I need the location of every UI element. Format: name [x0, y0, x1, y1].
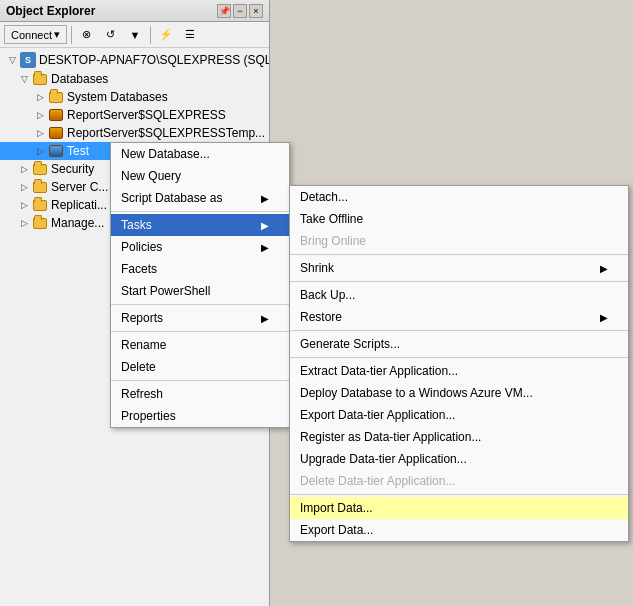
- reportserver-node[interactable]: ▷ ReportServer$SQLEXPRESS: [0, 106, 269, 124]
- menu-separator-1: [111, 211, 289, 212]
- tasks-menu-export-data[interactable]: Export Data...: [290, 519, 628, 541]
- menu-item-tasks[interactable]: Tasks ▶: [111, 214, 289, 236]
- security-expander[interactable]: ▷: [16, 161, 32, 177]
- tasks-label-detach: Detach...: [300, 190, 348, 204]
- window-controls: 📌 − ×: [217, 4, 263, 18]
- management-folder-icon: [32, 215, 48, 231]
- databases-label: Databases: [51, 72, 108, 86]
- management-expander[interactable]: ▷: [16, 215, 32, 231]
- server-expander[interactable]: ▽: [4, 52, 20, 68]
- reportserver-db-icon: [48, 107, 64, 123]
- system-databases-expander[interactable]: ▷: [32, 89, 48, 105]
- menu-label-start-powershell: Start PowerShell: [121, 284, 210, 298]
- system-databases-icon: [48, 89, 64, 105]
- tasks-submenu: Detach... Take Offline Bring Online Shri…: [289, 185, 629, 542]
- menu-separator-3: [111, 331, 289, 332]
- menu-item-script-database[interactable]: Script Database as ▶: [111, 187, 289, 209]
- refresh-button[interactable]: ↺: [100, 25, 122, 45]
- connect-label: Connect: [11, 29, 52, 41]
- tasks-separator-2: [290, 281, 628, 282]
- tasks-menu-shrink[interactable]: Shrink ▶: [290, 257, 628, 279]
- tasks-label-export-data: Export Data...: [300, 523, 373, 537]
- tasks-label-export-datatier: Export Data-tier Application...: [300, 408, 455, 422]
- tasks-label-delete-datatier: Delete Data-tier Application...: [300, 474, 455, 488]
- reportserver-label: ReportServer$SQLEXPRESS: [67, 108, 226, 122]
- tasks-label-import-data: Import Data...: [300, 501, 373, 515]
- menu-item-new-database[interactable]: New Database...: [111, 143, 289, 165]
- reports-arrow: ▶: [261, 313, 269, 324]
- tasks-menu-upgrade-datatier[interactable]: Upgrade Data-tier Application...: [290, 448, 628, 470]
- menu-item-refresh[interactable]: Refresh: [111, 383, 289, 405]
- tasks-menu-import-data[interactable]: Import Data...: [290, 497, 628, 519]
- test-db-icon: [48, 143, 64, 159]
- pin-button[interactable]: 📌: [217, 4, 231, 18]
- menu-label-tasks: Tasks: [121, 218, 152, 232]
- tasks-separator-4: [290, 357, 628, 358]
- minimize-button[interactable]: −: [233, 4, 247, 18]
- menu-item-delete[interactable]: Delete: [111, 356, 289, 378]
- tasks-separator-5: [290, 494, 628, 495]
- reportservertemp-expander[interactable]: ▷: [32, 125, 48, 141]
- start-powershell-button[interactable]: ⚡: [155, 25, 177, 45]
- tasks-menu-deploy-azure[interactable]: Deploy Database to a Windows Azure VM...: [290, 382, 628, 404]
- menu-item-properties[interactable]: Properties: [111, 405, 289, 427]
- menu-label-policies: Policies: [121, 240, 162, 254]
- menu-label-facets: Facets: [121, 262, 157, 276]
- tasks-label-upgrade-datatier: Upgrade Data-tier Application...: [300, 452, 467, 466]
- restore-arrow: ▶: [600, 312, 608, 323]
- tasks-label-restore: Restore: [300, 310, 342, 324]
- tasks-menu-generate-scripts[interactable]: Generate Scripts...: [290, 333, 628, 355]
- tasks-label-deploy-azure: Deploy Database to a Windows Azure VM...: [300, 386, 533, 400]
- tasks-label-extract-datatier: Extract Data-tier Application...: [300, 364, 458, 378]
- system-databases-node[interactable]: ▷ System Databases: [0, 88, 269, 106]
- tasks-arrow: ▶: [261, 220, 269, 231]
- menu-item-facets[interactable]: Facets: [111, 258, 289, 280]
- tasks-menu-bring-online[interactable]: Bring Online: [290, 230, 628, 252]
- connect-button[interactable]: Connect ▾: [4, 25, 67, 44]
- tasks-menu-backup[interactable]: Back Up...: [290, 284, 628, 306]
- menu-separator-2: [111, 304, 289, 305]
- tasks-label-bring-online: Bring Online: [300, 234, 366, 248]
- menu-label-refresh: Refresh: [121, 387, 163, 401]
- summary-button[interactable]: ☰: [179, 25, 201, 45]
- tasks-label-take-offline: Take Offline: [300, 212, 363, 226]
- tasks-menu-restore[interactable]: Restore ▶: [290, 306, 628, 328]
- tasks-menu-take-offline[interactable]: Take Offline: [290, 208, 628, 230]
- menu-item-start-powershell[interactable]: Start PowerShell: [111, 280, 289, 302]
- test-db-expander[interactable]: ▷: [32, 143, 48, 159]
- replication-expander[interactable]: ▷: [16, 197, 32, 213]
- menu-item-reports[interactable]: Reports ▶: [111, 307, 289, 329]
- menu-item-rename[interactable]: Rename: [111, 334, 289, 356]
- tasks-menu-register-datatier[interactable]: Register as Data-tier Application...: [290, 426, 628, 448]
- filter-button[interactable]: ▼: [124, 25, 146, 45]
- tasks-menu-export-datatier[interactable]: Export Data-tier Application...: [290, 404, 628, 426]
- tasks-menu-delete-datatier[interactable]: Delete Data-tier Application...: [290, 470, 628, 492]
- object-explorer-titlebar: Object Explorer 📌 − ×: [0, 0, 269, 22]
- databases-node[interactable]: ▽ Databases: [0, 70, 269, 88]
- tasks-label-generate-scripts: Generate Scripts...: [300, 337, 400, 351]
- tasks-separator-3: [290, 330, 628, 331]
- menu-item-policies[interactable]: Policies ▶: [111, 236, 289, 258]
- toolbar-separator-1: [71, 26, 72, 44]
- tasks-menu-detach[interactable]: Detach...: [290, 186, 628, 208]
- reportservertemp-node[interactable]: ▷ ReportServer$SQLEXPRESSTemp...: [0, 124, 269, 142]
- shrink-arrow: ▶: [600, 263, 608, 274]
- close-button[interactable]: ×: [249, 4, 263, 18]
- server-node[interactable]: ▽ S DESKTOP-APNAF7O\SQLEXPRESS (SQL...: [0, 50, 269, 70]
- server-icon: S: [20, 52, 36, 68]
- menu-label-reports: Reports: [121, 311, 163, 325]
- tasks-label-shrink: Shrink: [300, 261, 334, 275]
- menu-item-new-query[interactable]: New Query: [111, 165, 289, 187]
- disconnect-button[interactable]: ⊗: [76, 25, 98, 45]
- server-objects-label: Server C...: [51, 180, 108, 194]
- tasks-menu-extract-datatier[interactable]: Extract Data-tier Application...: [290, 360, 628, 382]
- toolbar-separator-2: [150, 26, 151, 44]
- tasks-label-register-datatier: Register as Data-tier Application...: [300, 430, 481, 444]
- context-menu: New Database... New Query Script Databas…: [110, 142, 290, 428]
- databases-expander[interactable]: ▽: [16, 71, 32, 87]
- replication-label: Replicati...: [51, 198, 107, 212]
- reportserver-expander[interactable]: ▷: [32, 107, 48, 123]
- server-objects-expander[interactable]: ▷: [16, 179, 32, 195]
- security-folder-icon: [32, 161, 48, 177]
- menu-label-new-query: New Query: [121, 169, 181, 183]
